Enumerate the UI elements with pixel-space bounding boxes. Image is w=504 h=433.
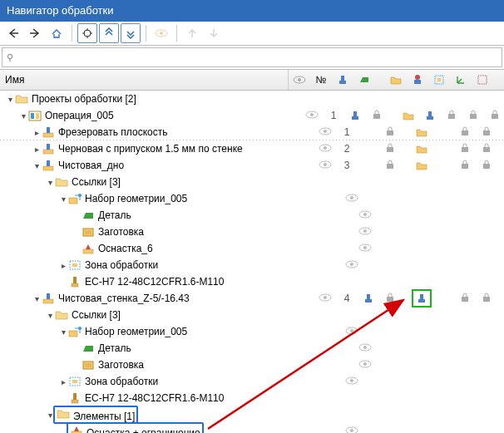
tree-row[interactable]: ▾Набор геометрии_005 bbox=[0, 190, 504, 207]
tree-item-label[interactable]: Зона обработки bbox=[83, 259, 158, 271]
eye-icon[interactable] bbox=[345, 426, 358, 433]
col-fixture-icon[interactable] bbox=[407, 74, 428, 86]
expander-icon[interactable]: ▾ bbox=[45, 311, 55, 320]
grid-cell[interactable]: 4 bbox=[336, 293, 358, 304]
grid-cell[interactable] bbox=[497, 126, 504, 138]
highlighted-cell[interactable] bbox=[412, 289, 432, 308]
mill-cell-icon[interactable] bbox=[424, 110, 436, 121]
tree-item-label[interactable]: Оснастка_6 bbox=[96, 243, 153, 254]
tree-row[interactable]: ▾Набор геометрии_005 bbox=[0, 323, 504, 340]
tree-row[interactable]: ▾Чистовая_дно3 bbox=[0, 157, 504, 174]
folder-cell-icon[interactable] bbox=[403, 111, 414, 121]
eye-icon[interactable] bbox=[358, 243, 372, 254]
tree-item-label[interactable]: Заготовка bbox=[96, 359, 144, 371]
tree-row[interactable]: ▸Зона обработки bbox=[0, 373, 504, 390]
expand-up-icon[interactable] bbox=[99, 23, 119, 43]
tree-item-label[interactable]: Чистовая_дно bbox=[57, 160, 124, 171]
col-number[interactable]: № bbox=[310, 74, 332, 86]
grid-cell[interactable] bbox=[454, 293, 476, 304]
grid-cell[interactable] bbox=[344, 110, 366, 121]
grid-cell[interactable] bbox=[454, 126, 476, 138]
col-border-icon[interactable] bbox=[472, 74, 493, 86]
grid-cell[interactable] bbox=[354, 243, 376, 254]
lock-icon[interactable] bbox=[491, 110, 499, 121]
grid-cell[interactable] bbox=[341, 193, 363, 204]
forward-icon[interactable] bbox=[25, 23, 45, 43]
grid-cell[interactable] bbox=[354, 359, 376, 371]
eye-icon[interactable] bbox=[305, 110, 319, 121]
tree-item-label[interactable]: Операция_005 bbox=[43, 110, 114, 121]
eye-icon[interactable] bbox=[319, 293, 332, 304]
visibility-icon[interactable] bbox=[151, 23, 171, 43]
eye-icon[interactable] bbox=[358, 226, 372, 238]
expander-icon[interactable]: ▾ bbox=[58, 327, 68, 337]
expander-icon[interactable]: ▾ bbox=[18, 111, 28, 121]
eye-icon[interactable] bbox=[358, 359, 372, 371]
eye-icon[interactable] bbox=[319, 143, 332, 155]
eye-icon[interactable] bbox=[358, 209, 372, 221]
lock-icon[interactable] bbox=[447, 110, 456, 121]
grid-cell[interactable] bbox=[476, 126, 497, 138]
grid-cell[interactable] bbox=[476, 293, 497, 304]
tree-row[interactable]: ▾Элементы [1] bbox=[0, 406, 504, 423]
tree-item-label[interactable]: Черновая с припуском 1.5 мм по стенке bbox=[57, 143, 243, 155]
tree-row[interactable]: ▸Черновая с припуском 1.5 мм по стенке2 bbox=[0, 140, 504, 157]
grid-cell[interactable]: 3 bbox=[336, 160, 358, 171]
tree-row[interactable]: ▸Зона обработки bbox=[0, 257, 504, 273]
tree-row[interactable]: Оснастка + ограничение bbox=[0, 423, 504, 433]
col-mill-icon[interactable] bbox=[332, 74, 353, 86]
grid-cell[interactable] bbox=[366, 110, 388, 121]
tree-item-label[interactable]: Чистовая_стенка_Z-5/-16.43 bbox=[57, 293, 190, 304]
tree-row[interactable]: Оснастка_6 bbox=[0, 240, 504, 257]
eye-icon[interactable] bbox=[345, 376, 358, 387]
col-eye-icon[interactable] bbox=[289, 76, 310, 84]
tree-row[interactable]: ▾Операция_0051 bbox=[0, 107, 504, 124]
grid-cell[interactable]: 2 bbox=[336, 143, 358, 155]
search-bar[interactable]: ⚲ bbox=[2, 47, 502, 67]
expander-icon[interactable]: ▾ bbox=[45, 178, 55, 187]
grid-cell[interactable] bbox=[462, 110, 484, 121]
expander-icon[interactable]: ▸ bbox=[32, 145, 42, 154]
grid-cell[interactable] bbox=[398, 111, 419, 121]
tree-row[interactable]: ▾Ссылки [3] bbox=[0, 307, 504, 323]
grid-cell[interactable] bbox=[314, 143, 336, 155]
tree-row[interactable]: Заготовка bbox=[0, 357, 504, 373]
expander-icon[interactable]: ▾ bbox=[5, 95, 15, 104]
grid-cell[interactable] bbox=[411, 289, 432, 308]
tree-item-label[interactable]: Оснастка + ограничение bbox=[85, 427, 200, 433]
mill-cell-icon[interactable] bbox=[349, 110, 361, 121]
grid-cell[interactable]: 1 bbox=[323, 110, 344, 121]
home-icon[interactable] bbox=[47, 23, 67, 43]
tree-row[interactable]: ▾Ссылки [3] bbox=[0, 174, 504, 190]
grid-cell[interactable] bbox=[411, 127, 432, 137]
lock-icon[interactable] bbox=[461, 293, 469, 304]
expander-icon[interactable]: ▾ bbox=[58, 194, 68, 204]
eye-icon[interactable] bbox=[345, 326, 358, 337]
expander-icon[interactable]: ▾ bbox=[32, 294, 42, 303]
grid-cell[interactable] bbox=[497, 143, 504, 155]
lock-icon[interactable] bbox=[482, 160, 491, 171]
eye-icon[interactable] bbox=[319, 160, 332, 171]
col-part-icon[interactable] bbox=[353, 74, 375, 86]
lock-icon[interactable] bbox=[482, 143, 491, 155]
tree-item-label[interactable]: Ссылки [3] bbox=[70, 176, 121, 188]
tree-item-label[interactable]: Проекты обработки [2] bbox=[30, 93, 136, 105]
tree-item-label[interactable]: Элементы [1] bbox=[72, 411, 135, 422]
tree-row[interactable]: Деталь bbox=[0, 207, 504, 224]
lock-icon[interactable] bbox=[461, 143, 469, 155]
mill-cell-icon[interactable] bbox=[363, 293, 374, 304]
lock-icon[interactable] bbox=[461, 126, 469, 138]
grid-cell[interactable] bbox=[341, 426, 363, 433]
tree-item-label[interactable]: Деталь bbox=[96, 342, 131, 354]
grid-cell[interactable] bbox=[476, 160, 497, 171]
grid-cell[interactable] bbox=[411, 144, 432, 154]
grid-cell[interactable] bbox=[379, 160, 401, 171]
grid-cell[interactable] bbox=[341, 326, 363, 337]
tree-row[interactable]: ▾Проекты обработки [2] bbox=[0, 91, 504, 107]
tree-row[interactable]: Заготовка bbox=[0, 224, 504, 240]
grid-cell[interactable] bbox=[354, 342, 376, 354]
grid-cell[interactable] bbox=[341, 376, 363, 387]
grid-cell[interactable] bbox=[497, 293, 504, 304]
grid-cell[interactable] bbox=[341, 259, 363, 271]
tree-item-label[interactable]: Набор геометрии_005 bbox=[83, 326, 187, 337]
